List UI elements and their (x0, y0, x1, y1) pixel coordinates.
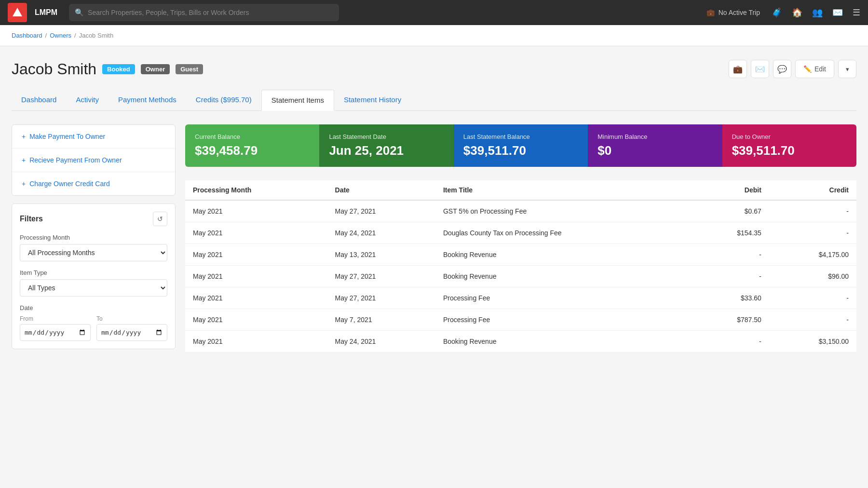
cell-processing-month: May 2021 (185, 331, 327, 352)
cell-debit: $787.50 (692, 309, 769, 331)
col-debit: Debit (692, 180, 769, 200)
cell-credit: - (769, 200, 856, 222)
item-type-select[interactable]: All Types Booking Revenue Processing Fee… (20, 279, 167, 297)
cell-item-title: Booking Revenue (435, 266, 692, 287)
date-inputs: From To (20, 315, 167, 341)
cell-item-title: Booking Revenue (435, 244, 692, 266)
briefcase-button[interactable]: 💼 (729, 60, 747, 78)
nav-trip: 💼 No Active Trip (706, 9, 760, 16)
date-label: Date (20, 304, 167, 312)
cell-credit: $4,175.00 (769, 244, 856, 266)
nav-icons: 🧳 🏠 👥 ✉️ ☰ (772, 7, 860, 18)
date-to-input[interactable] (96, 324, 167, 341)
mail-icon[interactable]: ✉️ (832, 7, 843, 18)
cell-processing-month: May 2021 (185, 309, 327, 331)
cell-item-title: Processing Fee (435, 287, 692, 309)
action-charge-card[interactable]: + Charge Owner Credit Card (12, 172, 175, 195)
badge-booked: Booked (102, 64, 135, 74)
breadcrumb-owners[interactable]: Owners (50, 32, 71, 39)
tab-statement-items[interactable]: Statement Items (261, 90, 334, 111)
tab-payment-methods[interactable]: Payment Methods (108, 90, 186, 110)
col-item-title: Item Title (435, 180, 692, 200)
card-last-statement-date: Last Statement Date Jun 25, 2021 (319, 124, 453, 167)
date-filter: Date From To (20, 304, 167, 341)
card-due-to-owner: Due to Owner $39,511.70 (722, 124, 856, 167)
search-input[interactable] (88, 9, 333, 16)
page-title-area: Jacob Smith Booked Owner Guest (12, 60, 203, 78)
processing-month-label: Processing Month (20, 234, 167, 241)
table-row: May 2021 May 24, 2021 Booking Revenue - … (185, 331, 856, 352)
table-row: May 2021 May 7, 2021 Processing Fee $787… (185, 309, 856, 331)
dropdown-button[interactable]: ▾ (838, 60, 856, 78)
date-from-group: From (20, 315, 91, 341)
plus-icon-2: + (22, 156, 26, 164)
cell-processing-month: May 2021 (185, 287, 327, 309)
date-from-label: From (20, 315, 91, 322)
cell-debit: - (692, 331, 769, 352)
summary-cards: Current Balance $39,458.79 Last Statemen… (185, 124, 856, 167)
edit-icon: ✏️ (803, 65, 812, 73)
page-title: Jacob Smith (12, 60, 96, 78)
tab-statement-history[interactable]: Statement History (334, 90, 411, 110)
logo[interactable] (8, 3, 27, 22)
tab-activity[interactable]: Activity (66, 90, 108, 110)
cell-date: May 27, 2021 (327, 266, 435, 287)
card-due-to-owner-value: $39,511.70 (732, 143, 847, 158)
card-minimum-balance-value: $0 (597, 143, 712, 158)
card-current-balance: Current Balance $39,458.79 (185, 124, 319, 167)
tabs: Dashboard Activity Payment Methods Credi… (12, 90, 856, 111)
item-type-filter: Item Type All Types Booking Revenue Proc… (20, 269, 167, 297)
search-bar[interactable]: 🔍 (69, 4, 339, 21)
top-nav: LMPM 🔍 💼 No Active Trip 🧳 🏠 👥 ✉️ ☰ (0, 0, 868, 25)
action-receive-payment[interactable]: + Recieve Payment From Owner (12, 149, 175, 172)
item-type-label: Item Type (20, 269, 167, 276)
cell-processing-month: May 2021 (185, 244, 327, 266)
edit-button[interactable]: ✏️ Edit (795, 60, 834, 78)
trip-label: No Active Trip (719, 9, 760, 16)
sidebar: + Make Payment To Owner + Recieve Paymen… (12, 124, 176, 352)
badge-owner: Owner (141, 64, 170, 74)
chat-button[interactable]: 💬 (773, 60, 791, 78)
cell-date: May 13, 2021 (327, 244, 435, 266)
cell-item-title: Douglas County Tax on Processing Fee (435, 222, 692, 244)
card-minimum-balance: Minimum Balance $0 (588, 124, 722, 167)
table-header: Processing Month Date Item Title Debit C… (185, 180, 856, 200)
filters-title: Filters (20, 215, 43, 223)
logo-text: LMPM (35, 8, 57, 17)
action-label-3: Charge Owner Credit Card (29, 180, 110, 188)
breadcrumb-current: Jacob Smith (79, 32, 114, 39)
home-icon[interactable]: 🏠 (792, 7, 802, 18)
breadcrumb-dashboard[interactable]: Dashboard (12, 32, 42, 39)
plus-icon-3: + (22, 180, 26, 188)
statement-table: Processing Month Date Item Title Debit C… (185, 180, 856, 352)
luggage-icon[interactable]: 🧳 (772, 7, 782, 18)
col-date: Date (327, 180, 435, 200)
table-row: May 2021 May 27, 2021 GST 5% on Processi… (185, 200, 856, 222)
action-make-payment[interactable]: + Make Payment To Owner (12, 125, 175, 149)
filters-header: Filters ↺ (20, 212, 167, 226)
tab-dashboard[interactable]: Dashboard (12, 90, 66, 110)
date-from-input[interactable] (20, 324, 91, 341)
tab-credits[interactable]: Credits ($995.70) (186, 90, 261, 110)
table-body: May 2021 May 27, 2021 GST 5% on Processi… (185, 200, 856, 352)
cell-credit: $3,150.00 (769, 331, 856, 352)
action-label-1: Make Payment To Owner (29, 133, 105, 140)
cell-processing-month: May 2021 (185, 266, 327, 287)
briefcase-icon: 💼 (706, 9, 715, 16)
email-button[interactable]: ✉️ (751, 60, 769, 78)
people-icon[interactable]: 👥 (812, 7, 823, 18)
edit-label: Edit (814, 65, 826, 73)
processing-month-select[interactable]: All Processing Months May 2021 April 202… (20, 244, 167, 261)
filters-box: Filters ↺ Processing Month All Processin… (12, 203, 176, 349)
menu-icon[interactable]: ☰ (853, 7, 860, 18)
cell-date: May 24, 2021 (327, 222, 435, 244)
card-last-statement-balance-label: Last Statement Balance (463, 133, 578, 140)
processing-month-filter: Processing Month All Processing Months M… (20, 234, 167, 261)
card-last-statement-balance-value: $39,511.70 (463, 143, 578, 158)
date-to-group: To (96, 315, 167, 341)
date-to-label: To (96, 315, 167, 322)
card-last-statement-balance: Last Statement Balance $39,511.70 (454, 124, 588, 167)
reset-filters-button[interactable]: ↺ (153, 212, 167, 226)
card-last-statement-date-label: Last Statement Date (329, 133, 444, 140)
cell-date: May 27, 2021 (327, 287, 435, 309)
